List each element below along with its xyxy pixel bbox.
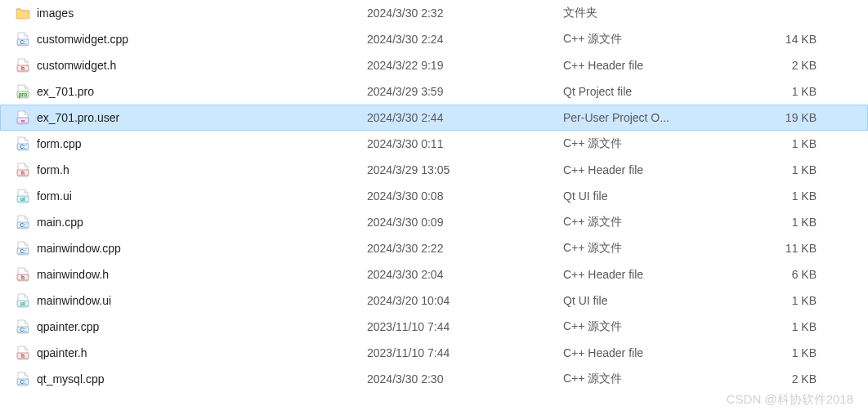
svg-text:ui: ui <box>20 196 25 202</box>
file-size: 19 KB <box>751 111 825 124</box>
file-size: 1 KB <box>751 189 825 203</box>
file-size: 6 KB <box>751 268 825 281</box>
file-type: C++ 源文件 <box>563 215 751 230</box>
file-row[interactable]: uimainwindow.ui2024/3/20 10:04Qt UI file… <box>0 288 868 314</box>
col-name: C:qt_mysql.cpp <box>16 372 367 386</box>
file-name: images <box>37 7 74 20</box>
file-date: 2024/3/30 0:09 <box>367 216 563 229</box>
file-date: 2024/3/30 0:11 <box>367 137 563 150</box>
col-name: hform.h <box>16 163 367 177</box>
file-date: 2024/3/30 2:32 <box>367 7 563 20</box>
col-name: ∞ex_701.pro.user <box>16 110 367 125</box>
col-name: hqpainter.h <box>16 345 367 360</box>
file-name: mainwindow.ui <box>37 294 111 307</box>
file-type: Qt UI file <box>563 294 751 307</box>
svg-text:C:: C: <box>20 379 26 385</box>
svg-text:h: h <box>21 353 25 359</box>
file-name: form.ui <box>37 189 72 203</box>
file-type: 文件夹 <box>563 6 751 20</box>
file-date: 2024/3/29 3:59 <box>367 85 563 98</box>
col-name: uimainwindow.ui <box>16 293 367 308</box>
file-type: C++ 源文件 <box>563 241 751 256</box>
file-type: C++ 源文件 <box>563 32 751 47</box>
file-row[interactable]: C:qpainter.cpp2023/11/10 7:44C++ 源文件1 KB <box>0 314 868 340</box>
file-size: 1 KB <box>751 294 825 307</box>
watermark-text: CSDN @科协软件2018 <box>727 392 853 408</box>
file-date: 2023/11/10 7:44 <box>367 320 563 333</box>
file-row[interactable]: hmainwindow.h2024/3/30 2:04C++ Header fi… <box>0 261 868 288</box>
file-type: Qt Project file <box>563 85 751 98</box>
file-list: images2024/3/30 2:32文件夹C:customwidget.cp… <box>0 0 868 392</box>
h-icon: h <box>16 163 30 177</box>
file-row[interactable]: C:main.cpp2024/3/30 0:09C++ 源文件1 KB <box>0 209 868 235</box>
file-name: qpainter.cpp <box>37 320 99 333</box>
col-name: C:mainwindow.cpp <box>16 241 367 256</box>
cpp-icon: C: <box>16 136 30 151</box>
file-size: 1 KB <box>751 320 825 333</box>
file-row[interactable]: hcustomwidget.h2024/3/22 9:19C++ Header … <box>0 52 868 78</box>
file-row[interactable]: C:mainwindow.cpp2024/3/30 2:22C++ 源文件11 … <box>0 235 868 261</box>
col-name: C:qpainter.cpp <box>16 319 367 334</box>
svg-text:C:: C: <box>20 39 26 45</box>
svg-text:pro: pro <box>19 91 28 98</box>
file-size: 1 KB <box>751 216 825 229</box>
file-date: 2024/3/30 2:22 <box>367 242 563 255</box>
col-name: C:form.cpp <box>16 136 367 151</box>
file-row[interactable]: hform.h2024/3/29 13:05C++ Header file1 K… <box>0 157 868 183</box>
h-icon: h <box>16 58 30 73</box>
file-name: ex_701.pro <box>37 85 94 98</box>
file-size: 1 KB <box>751 137 825 150</box>
cpp-icon: C: <box>16 215 30 230</box>
svg-text:ui: ui <box>20 301 25 306</box>
file-type: C++ 源文件 <box>563 136 751 151</box>
file-type: Per-User Project O... <box>563 111 751 124</box>
col-name: C:customwidget.cpp <box>16 32 367 47</box>
file-type: C++ Header file <box>563 268 751 281</box>
file-row[interactable]: C:customwidget.cpp2024/3/30 2:24C++ 源文件1… <box>0 26 868 52</box>
svg-text:h: h <box>21 274 25 280</box>
file-size: 11 KB <box>751 242 825 255</box>
file-type: C++ 源文件 <box>563 319 751 334</box>
file-row[interactable]: images2024/3/30 2:32文件夹 <box>0 0 868 26</box>
file-size: 2 KB <box>751 59 825 72</box>
svg-text:∞: ∞ <box>21 118 25 123</box>
svg-text:C:: C: <box>20 222 26 228</box>
file-name: main.cpp <box>37 216 83 229</box>
file-name: mainwindow.h <box>37 268 109 281</box>
svg-text:C:: C: <box>20 248 26 254</box>
col-name: uiform.ui <box>16 189 367 203</box>
file-type: C++ Header file <box>563 346 751 359</box>
h-icon: h <box>16 345 30 360</box>
file-date: 2024/3/22 9:19 <box>367 59 563 72</box>
file-date: 2024/3/30 0:08 <box>367 189 563 203</box>
cpp-icon: C: <box>16 319 30 334</box>
file-name: qpainter.h <box>37 346 87 359</box>
ui-icon: ui <box>16 293 30 308</box>
file-row[interactable]: C:qt_mysql.cpp2024/3/30 2:30C++ 源文件2 KB <box>0 366 868 392</box>
cpp-icon: C: <box>16 32 30 47</box>
file-size: 14 KB <box>751 33 825 46</box>
folder-icon <box>16 6 30 20</box>
svg-text:C:: C: <box>20 144 26 149</box>
col-name: proex_701.pro <box>16 84 367 99</box>
file-date: 2024/3/29 13:05 <box>367 163 563 176</box>
file-size: 1 KB <box>751 85 825 98</box>
file-size: 2 KB <box>751 372 825 386</box>
file-type: C++ 源文件 <box>563 372 751 386</box>
file-row[interactable]: proex_701.pro2024/3/29 3:59Qt Project fi… <box>0 78 868 105</box>
col-name: hcustomwidget.h <box>16 58 367 73</box>
file-name: mainwindow.cpp <box>37 242 121 255</box>
file-row[interactable]: uiform.ui2024/3/30 0:08Qt UI file1 KB <box>0 183 868 209</box>
file-name: form.cpp <box>37 137 81 150</box>
file-size: 1 KB <box>751 163 825 176</box>
h-icon: h <box>16 267 30 282</box>
file-row[interactable]: hqpainter.h2023/11/10 7:44C++ Header fil… <box>0 340 868 366</box>
file-row[interactable]: C:form.cpp2024/3/30 0:11C++ 源文件1 KB <box>0 131 868 157</box>
pro-icon: pro <box>16 84 30 99</box>
file-type: Qt UI file <box>563 189 751 203</box>
file-row[interactable]: ∞ex_701.pro.user2024/3/30 2:44Per-User P… <box>0 105 868 131</box>
file-date: 2024/3/20 10:04 <box>367 294 563 307</box>
file-name: ex_701.pro.user <box>37 111 119 124</box>
svg-text:h: h <box>21 65 25 71</box>
col-name: images <box>16 6 367 20</box>
